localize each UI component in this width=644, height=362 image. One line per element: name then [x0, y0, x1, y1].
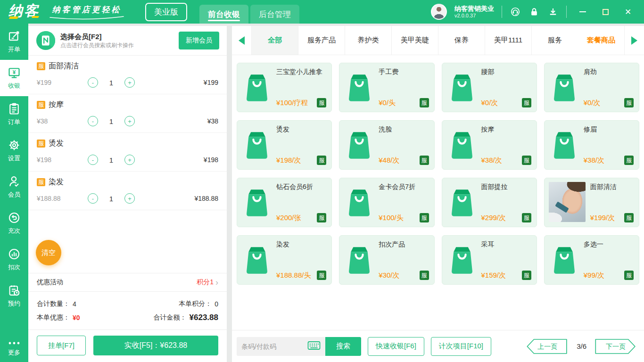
- product-card[interactable]: 面部提拉 ¥299/次 服: [442, 178, 537, 227]
- increase-button[interactable]: +: [124, 116, 135, 126]
- cart-item: 服 烫发 ¥198 - 1 + ¥198: [28, 133, 227, 172]
- product-card[interactable]: 染发 ¥188.88/头 服: [237, 235, 332, 285]
- product-price: ¥48/次: [379, 156, 399, 165]
- sidebar-item-label: 会员: [8, 190, 20, 199]
- decrease-button[interactable]: -: [88, 77, 98, 88]
- product-card[interactable]: 烫发 ¥198/次 服: [237, 120, 332, 170]
- service-type-badge: 服: [624, 98, 634, 107]
- category-tab[interactable]: 美甲美睫: [392, 26, 438, 55]
- quick-cashier-button[interactable]: 快速收银[F6]: [368, 337, 424, 356]
- shopping-bag-icon: [447, 182, 477, 222]
- increase-button[interactable]: +: [124, 77, 135, 88]
- next-page-button[interactable]: 下一页: [594, 338, 637, 354]
- sidebar-item-open-bill[interactable]: 开单: [0, 24, 28, 60]
- prev-page-button[interactable]: 上一页: [526, 338, 569, 354]
- more-dots-icon: [8, 340, 21, 346]
- category-prev-icon[interactable]: [232, 26, 252, 55]
- sidebar-item-label: 充次: [8, 227, 20, 235]
- product-name: 钻石会员6折: [276, 182, 326, 191]
- select-member-bar[interactable]: 选择会员[F2] 点击进行会员搜索或刷卡操作 新增会员: [28, 26, 227, 56]
- pay-button[interactable]: 实收[F5]：¥623.88: [93, 336, 218, 355]
- hold-order-button[interactable]: 挂单[F7]: [37, 336, 86, 355]
- product-card[interactable]: 腰部 ¥0/次 服: [442, 63, 537, 112]
- product-card[interactable]: 采耳 ¥159/次 服: [442, 235, 537, 285]
- product-card[interactable]: 修眉 ¥38/次 服: [544, 120, 639, 170]
- sidebar-item-settings[interactable]: 设置: [0, 132, 28, 169]
- sidebar-item-more[interactable]: 更多: [0, 335, 28, 362]
- clear-cart-button[interactable]: 清空: [36, 240, 61, 265]
- product-card[interactable]: 面部清洁 ¥199/次 服: [544, 178, 639, 227]
- window-controls: ✕: [577, 6, 636, 17]
- tab-back-manage[interactable]: 后台管理: [250, 5, 299, 24]
- download-icon[interactable]: [547, 6, 559, 17]
- product-price: ¥200/张: [276, 214, 301, 222]
- category-tab-package[interactable]: 套餐商品: [578, 26, 624, 55]
- sidebar-item-cashier[interactable]: ¥ 收银: [0, 60, 28, 96]
- promo-row[interactable]: 优惠活动 积分1 ›: [28, 273, 227, 292]
- category-tab[interactable]: 保养: [438, 26, 485, 55]
- slogan-text: 纳客管店更轻松: [52, 4, 122, 15]
- decrease-button[interactable]: -: [88, 193, 98, 204]
- sidebar-item-orders[interactable]: 订单: [0, 96, 28, 132]
- logo-accent: [9, 16, 19, 19]
- service-type-badge: 服: [624, 271, 634, 280]
- category-tab[interactable]: 服务产品: [298, 26, 345, 55]
- product-price: ¥198/次: [276, 156, 301, 165]
- product-price: ¥199/次: [590, 214, 615, 222]
- cart-item: 服 按摩 ¥38 - 1 + ¥38: [28, 94, 227, 133]
- barcode-input[interactable]: [241, 343, 304, 350]
- shopping-bag-icon: [345, 240, 374, 280]
- product-card[interactable]: 洗脸 ¥48/次 服: [339, 120, 434, 170]
- minimize-icon[interactable]: [577, 6, 588, 17]
- category-tab[interactable]: 养护类: [345, 26, 392, 55]
- select-member-subtitle: 点击进行会员搜索或刷卡操作: [60, 41, 134, 49]
- product-card[interactable]: 按摩 ¥38/次 服: [442, 120, 537, 170]
- sidebar-item-deduct-times[interactable]: 扣次: [0, 241, 28, 278]
- product-card[interactable]: 金卡会员7折 ¥100/头 服: [339, 178, 434, 227]
- increase-button[interactable]: +: [124, 155, 135, 165]
- tab-front-cashier[interactable]: 前台收银: [199, 5, 248, 24]
- category-tab[interactable]: 美甲1111: [485, 26, 532, 55]
- decrease-button[interactable]: -: [88, 155, 98, 165]
- service-badge: 服: [37, 178, 45, 187]
- account-info[interactable]: 纳客营销美业 v2.0.0.37: [454, 5, 494, 19]
- product-card[interactable]: 钻石会员6折 ¥200/张 服: [237, 178, 332, 227]
- product-price: ¥0/次: [584, 99, 601, 107]
- order-total-value: ¥623.88: [190, 313, 218, 322]
- product-name: 采耳: [481, 240, 531, 249]
- product-card[interactable]: 手工费 ¥0/头 服: [339, 63, 434, 112]
- lock-icon[interactable]: [528, 6, 540, 17]
- open-bill-icon: [8, 30, 21, 43]
- shopping-bag-icon: [550, 125, 579, 165]
- increase-button[interactable]: +: [124, 193, 135, 204]
- avatar[interactable]: [431, 4, 447, 20]
- add-member-button[interactable]: 新增会员: [179, 32, 219, 49]
- sidebar-item-recharge-times[interactable]: 充次: [0, 205, 28, 241]
- product-card[interactable]: 多选一 ¥99/次 服: [544, 235, 639, 285]
- sidebar-item-members[interactable]: 会员: [0, 169, 28, 205]
- sidebar-item-label: 收银: [8, 82, 20, 90]
- close-icon[interactable]: ✕: [622, 6, 634, 17]
- order-discount-value: ¥0: [73, 314, 80, 321]
- logo-accent: [32, 16, 39, 18]
- category-tab-all[interactable]: 全部: [252, 26, 298, 55]
- edition-button[interactable]: 美业版: [145, 3, 187, 21]
- product-card[interactable]: 扣次产品 ¥30/次 服: [339, 235, 434, 285]
- support-icon[interactable]: [510, 6, 521, 17]
- cart-item-unit-price: ¥38: [37, 117, 88, 125]
- count-item-button[interactable]: 计次项目[F10]: [431, 337, 491, 356]
- search-button[interactable]: 搜索: [325, 337, 361, 356]
- sidebar-item-appointment[interactable]: 预约: [0, 278, 28, 314]
- maximize-icon[interactable]: [600, 6, 611, 17]
- category-next-icon[interactable]: [624, 26, 644, 55]
- keyboard-icon[interactable]: [307, 341, 321, 352]
- product-card[interactable]: 肩劲 ¥0/次 服: [544, 63, 639, 112]
- quantity-value: 1: [108, 156, 114, 164]
- service-type-badge: 服: [522, 271, 531, 280]
- quantity-stepper: - 1 +: [88, 155, 135, 165]
- product-photo: [549, 182, 586, 222]
- decrease-button[interactable]: -: [88, 116, 98, 126]
- product-card[interactable]: 三宝堂小儿推拿 ¥100/疗程 服: [237, 63, 332, 112]
- category-tab[interactable]: 服务: [532, 26, 578, 55]
- cart-item: 服 染发 ¥188.88 - 1 + ¥188.88: [28, 172, 227, 210]
